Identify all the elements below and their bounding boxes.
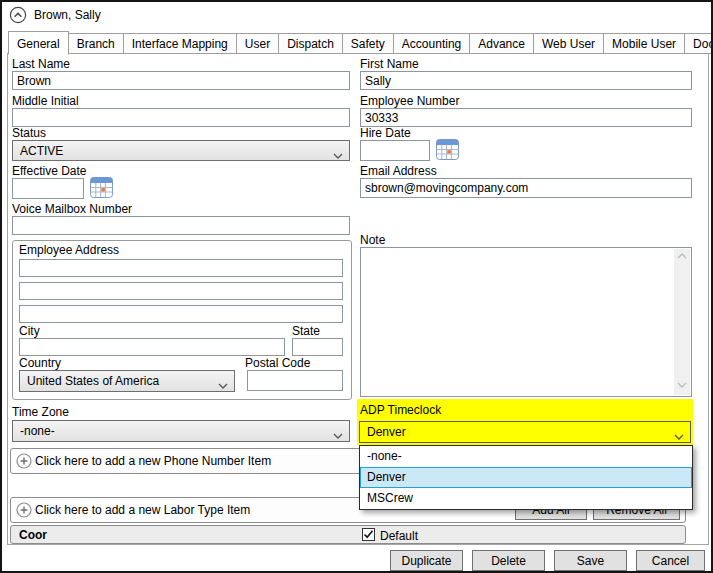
adp-option-denver[interactable]: Denver <box>360 467 692 488</box>
calendar-icon <box>436 148 459 163</box>
voice-mailbox-input[interactable] <box>12 216 350 235</box>
scroll-up-icon[interactable] <box>677 249 687 266</box>
state-input[interactable] <box>292 338 343 356</box>
city-label: City <box>19 324 40 338</box>
tab-mobile-user[interactable]: Mobile User <box>603 33 685 54</box>
first-name-label: First Name <box>360 57 419 71</box>
effective-date-calendar-button[interactable] <box>90 177 113 198</box>
hire-date-label: Hire Date <box>360 126 411 140</box>
status-select[interactable]: ACTIVE <box>12 140 350 161</box>
tab-strip: General Branch Interface Mapping User Di… <box>8 33 713 55</box>
address-line2-input[interactable] <box>19 282 343 300</box>
employee-window: Brown, Sally General Branch Interface Ma… <box>0 0 713 573</box>
tab-interface-mapping[interactable]: Interface Mapping <box>123 33 237 54</box>
cancel-button[interactable]: Cancel <box>636 550 705 571</box>
tab-general[interactable]: General <box>8 31 69 55</box>
state-label: State <box>292 324 320 338</box>
tab-dispatch[interactable]: Dispatch <box>278 33 343 54</box>
postal-code-label: Postal Code <box>245 356 310 370</box>
country-label: Country <box>19 356 61 370</box>
tab-accounting[interactable]: Accounting <box>393 33 470 54</box>
voice-mailbox-label: Voice Mailbox Number <box>12 202 132 216</box>
middle-initial-label: Middle Initial <box>12 94 79 108</box>
adp-timeclock-select[interactable]: Denver <box>359 421 691 443</box>
postal-code-input[interactable] <box>247 370 343 391</box>
tab-documents[interactable]: Documents <box>684 33 713 54</box>
save-button[interactable]: Save <box>554 550 627 571</box>
hire-date-input[interactable] <box>360 140 430 161</box>
adp-timeclock-label: ADP Timeclock <box>360 403 441 417</box>
status-value: ACTIVE <box>20 144 63 158</box>
labor-type-row-coor[interactable]: Coor <box>10 525 686 544</box>
note-textarea[interactable] <box>360 247 692 397</box>
adp-dropdown-list: -none- Denver MSCrew <box>359 445 693 510</box>
last-name-input[interactable] <box>12 71 350 90</box>
default-checkbox-label: Default <box>380 529 418 543</box>
calendar-icon <box>90 186 113 201</box>
employee-number-label: Employee Number <box>360 94 459 108</box>
employee-number-input[interactable] <box>360 108 692 127</box>
email-input[interactable] <box>360 178 692 198</box>
status-label: Status <box>12 126 46 140</box>
middle-initial-input[interactable] <box>12 108 350 127</box>
tab-user[interactable]: User <box>236 33 279 54</box>
window-title: Brown, Sally <box>34 8 101 22</box>
adp-option-none[interactable]: -none- <box>360 446 692 467</box>
note-scrollbar[interactable] <box>674 249 690 395</box>
tab-branch[interactable]: Branch <box>68 33 124 54</box>
duplicate-button[interactable]: Duplicate <box>390 550 463 571</box>
chevron-down-icon <box>333 148 343 162</box>
plus-circle-icon <box>16 453 32 469</box>
address-line3-input[interactable] <box>19 305 343 323</box>
first-name-input[interactable] <box>360 71 692 90</box>
time-zone-label: Time Zone <box>12 405 69 419</box>
adp-option-mscrew[interactable]: MSCrew <box>360 488 692 509</box>
tab-safety[interactable]: Safety <box>342 33 394 54</box>
chevron-down-icon <box>218 378 228 392</box>
tab-advance[interactable]: Advance <box>469 33 534 54</box>
time-zone-value: -none- <box>20 424 55 438</box>
chevron-down-icon <box>333 428 343 442</box>
note-label: Note <box>360 233 385 247</box>
adp-timeclock-value: Denver <box>367 425 406 439</box>
country-value: United States of America <box>27 374 159 388</box>
country-select[interactable]: United States of America <box>19 370 235 392</box>
window-header: Brown, Sally <box>2 2 711 28</box>
hire-date-calendar-button[interactable] <box>436 139 459 160</box>
effective-date-input[interactable] <box>12 178 84 199</box>
chevron-down-icon <box>674 429 684 443</box>
collapse-icon[interactable] <box>9 6 27 24</box>
default-checkbox[interactable] <box>362 528 375 541</box>
time-zone-select[interactable]: -none- <box>12 420 350 442</box>
address-line1-input[interactable] <box>19 259 343 277</box>
scroll-down-icon[interactable] <box>677 378 687 395</box>
email-label: Email Address <box>360 164 437 178</box>
add-labor-type-label: Click here to add a new Labor Type Item <box>35 503 250 517</box>
delete-button[interactable]: Delete <box>472 550 545 571</box>
labor-type-name: Coor <box>19 528 47 542</box>
effective-date-label: Effective Date <box>12 164 86 178</box>
add-phone-number-label: Click here to add a new Phone Number Ite… <box>35 454 271 468</box>
city-input[interactable] <box>19 338 285 356</box>
plus-circle-icon <box>16 502 32 518</box>
last-name-label: Last Name <box>12 57 70 71</box>
tab-web-user[interactable]: Web User <box>533 33 604 54</box>
employee-address-label: Employee Address <box>19 243 119 257</box>
